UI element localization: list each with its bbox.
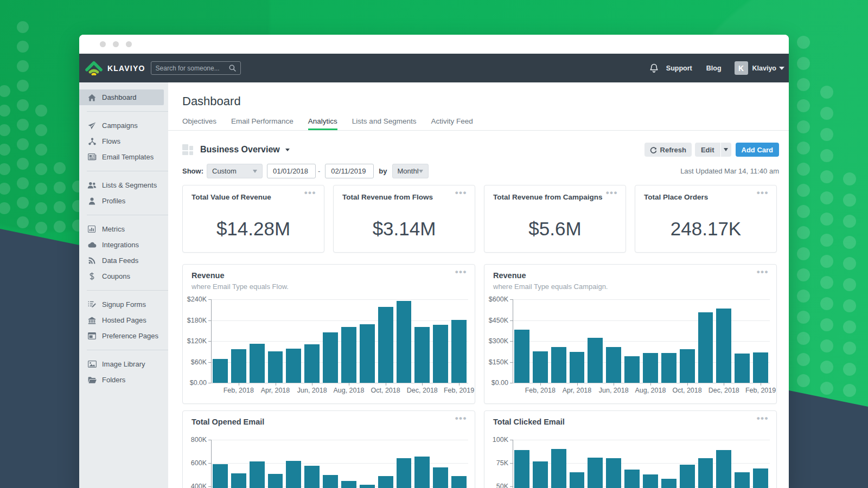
- edit-button[interactable]: Edit: [695, 143, 720, 157]
- sidebar-item-integrations[interactable]: Integrations: [79, 237, 168, 253]
- view-title[interactable]: Business Overview: [200, 145, 280, 155]
- bar-apr-2018[interactable]: [570, 352, 585, 383]
- interval-select[interactable]: Monthly: [392, 164, 429, 178]
- card-menu-icon[interactable]: •••: [455, 413, 467, 424]
- notifications-bell-icon[interactable]: [649, 63, 659, 73]
- bar-feb-2018[interactable]: [231, 349, 246, 383]
- bar-feb-2019[interactable]: [451, 320, 467, 383]
- bar-mar-2018[interactable]: [551, 347, 566, 383]
- bar-may-2018[interactable]: [588, 458, 603, 488]
- bar-sep-2018[interactable]: [360, 324, 375, 383]
- bar-sep-2018[interactable]: [661, 353, 676, 383]
- bar-sep-2018[interactable]: [360, 485, 375, 488]
- start-date-input[interactable]: 01/01/2018: [267, 164, 316, 178]
- bar-jun-2018[interactable]: [606, 347, 621, 383]
- sidebar-item-dashboard[interactable]: Dashboard: [79, 89, 164, 105]
- klaviyo-logo[interactable]: KLAVIYO: [85, 61, 145, 75]
- card-menu-icon[interactable]: •••: [757, 188, 769, 198]
- card-menu-icon[interactable]: •••: [606, 188, 618, 198]
- sidebar-item-preference-pages[interactable]: Preference Pages: [79, 328, 168, 344]
- bar-apr-2018[interactable]: [570, 472, 585, 488]
- bar-jan-2019[interactable]: [735, 472, 750, 488]
- bar-feb-2018[interactable]: [231, 473, 246, 488]
- bar-oct-2018[interactable]: [680, 349, 695, 383]
- bar-sep-2018[interactable]: [661, 479, 676, 488]
- card-menu-icon[interactable]: •••: [455, 188, 467, 198]
- bar-feb-2019[interactable]: [753, 468, 768, 488]
- bar-jan-2019[interactable]: [433, 325, 448, 383]
- bar-feb-2019[interactable]: [753, 352, 768, 383]
- sidebar-item-flows[interactable]: Flows: [79, 133, 168, 149]
- window-dot[interactable]: [100, 41, 106, 47]
- sidebar-item-hosted-pages[interactable]: Hosted Pages: [79, 312, 168, 328]
- bar-jan-2018[interactable]: [213, 464, 228, 488]
- sidebar-item-lists-segments[interactable]: Lists & Segments: [79, 177, 168, 193]
- sidebar-item-campaigns[interactable]: Campaigns: [79, 118, 168, 133]
- bar-nov-2018[interactable]: [397, 458, 412, 488]
- bar-apr-2018[interactable]: [268, 351, 283, 383]
- bar-aug-2018[interactable]: [643, 353, 658, 383]
- bar-feb-2018[interactable]: [533, 461, 548, 488]
- bar-jul-2018[interactable]: [624, 470, 640, 488]
- tab-lists-and-segments[interactable]: Lists and Segments: [352, 117, 417, 130]
- card-menu-icon[interactable]: •••: [757, 413, 769, 424]
- tab-activity-feed[interactable]: Activity Feed: [431, 117, 473, 130]
- bar-jul-2018[interactable]: [323, 475, 338, 488]
- edit-dropdown-button[interactable]: [721, 143, 731, 157]
- bar-mar-2018[interactable]: [551, 449, 566, 488]
- bar-jun-2018[interactable]: [304, 344, 320, 383]
- bar-nov-2018[interactable]: [698, 458, 713, 488]
- range-select[interactable]: Custom: [207, 164, 263, 178]
- sidebar-item-folders[interactable]: Folders: [79, 372, 168, 388]
- bar-oct-2018[interactable]: [378, 307, 393, 383]
- sidebar-item-email-templates[interactable]: Email Templates: [79, 149, 168, 165]
- bar-aug-2018[interactable]: [341, 481, 356, 488]
- bar-may-2018[interactable]: [286, 349, 301, 383]
- add-card-button[interactable]: Add Card: [736, 143, 780, 157]
- bar-may-2018[interactable]: [588, 338, 603, 383]
- bar-jul-2018[interactable]: [624, 356, 640, 383]
- bar-nov-2018[interactable]: [397, 301, 412, 383]
- tab-objectives[interactable]: Objectives: [182, 117, 216, 130]
- avatar[interactable]: K: [735, 61, 748, 75]
- sidebar-item-data-feeds[interactable]: Data Feeds: [79, 253, 168, 268]
- end-date-input[interactable]: 02/11/2019: [325, 164, 374, 178]
- sidebar-item-signup-forms[interactable]: Signup Forms: [79, 297, 168, 312]
- bar-jan-2018[interactable]: [514, 450, 529, 488]
- card-menu-icon[interactable]: •••: [304, 188, 316, 198]
- nav-link-support[interactable]: Support: [666, 65, 692, 72]
- tab-analytics[interactable]: Analytics: [308, 117, 337, 130]
- bar-jan-2018[interactable]: [213, 359, 228, 383]
- account-name[interactable]: Klaviyo: [752, 65, 776, 72]
- bar-jan-2019[interactable]: [735, 354, 750, 383]
- refresh-button[interactable]: Refresh: [644, 143, 692, 157]
- bar-oct-2018[interactable]: [378, 476, 393, 488]
- bar-dec-2018[interactable]: [414, 457, 430, 488]
- chevron-down-icon[interactable]: [285, 149, 290, 151]
- bar-jan-2019[interactable]: [433, 467, 448, 488]
- bar-mar-2018[interactable]: [250, 461, 265, 488]
- chevron-down-icon[interactable]: [779, 67, 784, 70]
- window-dot[interactable]: [113, 41, 119, 47]
- bar-feb-2018[interactable]: [533, 351, 548, 383]
- nav-link-blog[interactable]: Blog: [706, 65, 722, 72]
- card-menu-icon[interactable]: •••: [455, 267, 467, 278]
- bar-aug-2018[interactable]: [643, 474, 658, 488]
- bar-aug-2018[interactable]: [341, 327, 356, 383]
- bar-dec-2018[interactable]: [716, 309, 731, 383]
- sidebar-item-image-library[interactable]: Image Library: [79, 356, 168, 372]
- sidebar-item-coupons[interactable]: Coupons: [79, 268, 168, 284]
- bar-apr-2018[interactable]: [268, 474, 283, 488]
- search-input[interactable]: [156, 65, 229, 72]
- bar-may-2018[interactable]: [286, 461, 301, 488]
- tab-email-performance[interactable]: Email Performance: [231, 117, 293, 130]
- card-menu-icon[interactable]: •••: [757, 267, 769, 278]
- sidebar-item-profiles[interactable]: Profiles: [79, 193, 168, 209]
- bar-mar-2018[interactable]: [250, 344, 265, 383]
- bar-dec-2018[interactable]: [414, 327, 430, 383]
- bar-jul-2018[interactable]: [323, 332, 338, 383]
- bar-jan-2018[interactable]: [514, 330, 529, 383]
- bar-dec-2018[interactable]: [716, 450, 731, 488]
- window-dot[interactable]: [126, 41, 132, 47]
- sidebar-item-metrics[interactable]: Metrics: [79, 221, 168, 237]
